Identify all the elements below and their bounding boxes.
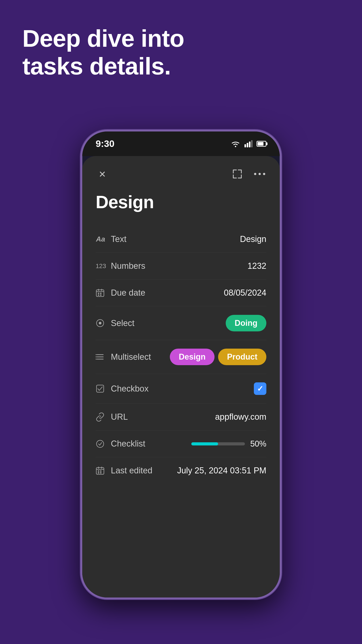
close-icon: × xyxy=(99,168,106,180)
multiselect-values: Design Product xyxy=(170,348,266,365)
field-left-last-edited: Last edited xyxy=(96,466,152,476)
field-row-checklist[interactable]: Checklist 50% xyxy=(96,430,266,457)
checkbox-field-label: Checkbox xyxy=(111,384,149,394)
checkmark-icon: ✓ xyxy=(257,384,263,393)
topbar-right-actions xyxy=(231,167,266,181)
multiselect-badge-product[interactable]: Product xyxy=(218,348,266,365)
field-left-text: Aa Text xyxy=(96,234,126,244)
svg-rect-32 xyxy=(98,472,99,474)
field-left-numbers: 123 Numbers xyxy=(96,261,145,271)
field-row-checkbox[interactable]: Checkbox ✓ xyxy=(96,374,266,404)
field-row-select[interactable]: Select Doing xyxy=(96,306,266,340)
field-left-due-date: Due date xyxy=(96,288,145,298)
text-field-label: Text xyxy=(111,234,126,244)
select-badge-doing[interactable]: Doing xyxy=(226,315,266,332)
numbers-field-icon: 123 xyxy=(96,262,105,270)
last-edited-field-label: Last edited xyxy=(111,466,152,476)
battery-icon xyxy=(257,141,266,147)
numbers-field-value: 1232 xyxy=(247,261,266,271)
field-row-text[interactable]: Aa Text Design xyxy=(96,226,266,253)
field-left-checkbox: Checkbox xyxy=(96,384,149,394)
url-field-value: appflowy.com xyxy=(215,412,266,422)
phone-wrapper: 9:30 xyxy=(80,130,282,622)
url-field-label: URL xyxy=(111,412,128,422)
card: × xyxy=(82,156,280,598)
field-row-url[interactable]: URL appflowy.com xyxy=(96,404,266,430)
svg-rect-30 xyxy=(98,470,99,472)
card-title: Design xyxy=(96,192,266,212)
hero-text: Deep dive into tasks details. xyxy=(22,24,206,80)
checkbox-checked[interactable]: ✓ xyxy=(254,382,266,395)
more-icon xyxy=(254,172,266,176)
field-row-due-date[interactable]: Due date 08/05/2024 xyxy=(96,280,266,306)
status-time: 9:30 xyxy=(96,138,114,149)
multiselect-field-icon xyxy=(96,352,105,361)
expand-icon xyxy=(232,168,243,179)
field-row-numbers[interactable]: 123 Numbers 1232 xyxy=(96,253,266,280)
last-edited-field-value: July 25, 2024 03:51 PM xyxy=(177,466,266,476)
multiselect-badge-design[interactable]: Design xyxy=(170,348,215,365)
wifi-icon xyxy=(231,140,240,147)
due-date-field-label: Due date xyxy=(111,288,145,298)
url-field-icon xyxy=(96,412,105,422)
checklist-field-icon xyxy=(96,440,105,448)
text-field-value: Design xyxy=(240,234,266,244)
status-icons xyxy=(231,140,266,147)
svg-rect-3 xyxy=(249,142,251,147)
svg-point-5 xyxy=(254,173,256,175)
checkbox-field-icon xyxy=(96,384,105,393)
card-topbar: × xyxy=(96,167,266,181)
status-bar: 9:30 xyxy=(82,132,280,156)
svg-point-0 xyxy=(235,146,236,147)
progress-bar-fill xyxy=(191,442,218,446)
select-field-label: Select xyxy=(111,318,134,328)
field-left-multiselect: Multiselect xyxy=(96,352,151,362)
phone-frame: 9:30 xyxy=(80,130,282,599)
svg-rect-33 xyxy=(100,472,101,474)
svg-rect-12 xyxy=(98,293,99,294)
svg-point-6 xyxy=(259,173,261,175)
expand-button[interactable] xyxy=(231,167,244,181)
field-row-multiselect[interactable]: Multiselect Design Product xyxy=(96,340,266,374)
field-row-last-edited: Last edited July 25, 2024 03:51 PM xyxy=(96,457,266,484)
svg-rect-2 xyxy=(247,143,248,147)
svg-rect-13 xyxy=(100,293,101,294)
svg-point-25 xyxy=(96,440,104,448)
more-button[interactable] xyxy=(253,167,266,181)
numbers-field-label: Numbers xyxy=(111,261,145,271)
due-date-field-value: 08/05/2024 xyxy=(224,288,266,298)
multiselect-field-label: Multiselect xyxy=(111,352,151,362)
signal-icon xyxy=(245,140,253,147)
last-edited-field-icon xyxy=(96,466,105,475)
svg-rect-31 xyxy=(100,470,101,472)
progress-bar-container xyxy=(191,442,245,446)
due-date-field-icon xyxy=(96,288,105,298)
svg-point-7 xyxy=(263,173,265,175)
svg-rect-1 xyxy=(245,144,246,147)
text-field-icon: Aa xyxy=(96,235,105,243)
field-left-checklist: Checklist xyxy=(96,439,145,448)
checklist-field-label: Checklist xyxy=(111,439,145,448)
checklist-right: 50% xyxy=(191,439,266,448)
svg-rect-15 xyxy=(100,294,101,296)
field-left-select: Select xyxy=(96,318,134,328)
close-button[interactable]: × xyxy=(96,167,109,181)
svg-rect-4 xyxy=(251,140,253,147)
select-field-icon xyxy=(96,319,105,328)
svg-point-17 xyxy=(99,322,101,324)
svg-rect-14 xyxy=(98,294,99,296)
field-left-url: URL xyxy=(96,412,128,422)
progress-percent: 50% xyxy=(250,439,266,448)
